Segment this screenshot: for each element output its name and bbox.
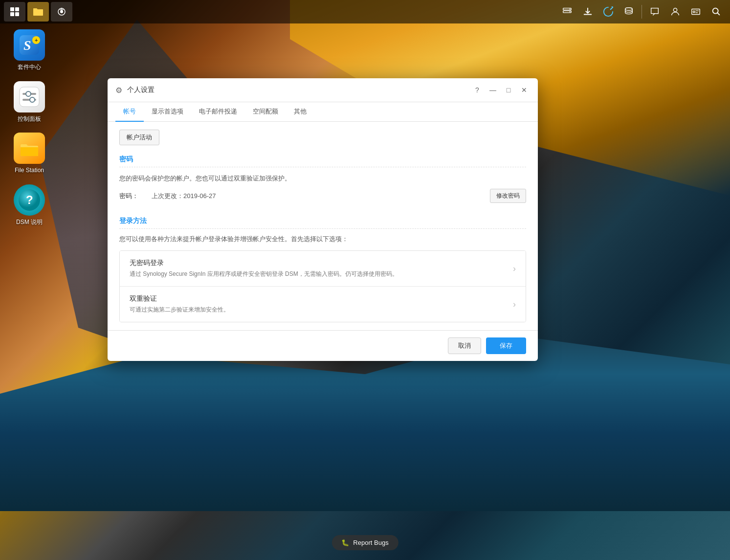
svg-point-12 [673,8,677,12]
passwordless-title: 无密码登录 [130,259,513,268]
svg-text:?: ? [26,193,33,206]
svg-rect-1 [15,7,19,11]
two-factor-card[interactable]: 双重验证 可通过实施第二步验证来增加安全性。 › [120,287,526,322]
svg-rect-0 [10,7,14,11]
help-button[interactable]: ? [471,84,483,96]
dialog-tabs: 帐号 显示首选项 电子邮件投递 空间配额 其他 [108,102,538,122]
svg-point-9 [570,9,571,10]
password-last-changed: 上次更改：2019-06-27 [152,192,482,201]
two-factor-arrow-icon: › [513,299,516,310]
separator-1 [642,5,642,19]
svg-point-14 [693,11,695,13]
tab-quota[interactable]: 空间配额 [245,102,286,122]
settings-dialog: ⚙ 个人设置 ? — □ ✕ 帐号 显示首选项 电子邮件投递 空间配额 其他 帐… [108,78,538,361]
two-factor-card-content: 双重验证 可通过实施第二步验证来增加安全性。 [130,294,513,314]
password-description: 您的密码会保护您的帐户。您也可以通过双重验证加强保护。 [119,174,526,183]
svg-point-10 [570,11,571,12]
account-activity-button[interactable]: 帐户活动 [119,130,159,145]
svg-point-23 [26,91,31,96]
taskbar [0,0,730,23]
svg-text:S: S [23,38,31,53]
login-divider [119,228,526,229]
stack-icon[interactable] [619,2,639,22]
file-station-icon-img [14,133,45,164]
passwordless-desc: 通过 Synology Secure SignIn 应用程序或硬件安全密钥登录 … [130,269,513,278]
dsm-help-icon-img: ? [14,184,45,216]
desktop-icon-control-panel[interactable]: 控制面板 [10,81,49,123]
svg-rect-2 [10,12,14,16]
dsm-help-label: DSM 说明 [16,219,43,226]
password-divider [119,167,526,167]
tab-other[interactable]: 其他 [286,102,314,122]
svg-text:+: + [35,37,38,43]
settings-button[interactable] [51,2,72,22]
svg-point-11 [625,8,633,11]
login-section-description: 您可以使用各种方法来提升帐户登录体验并增强帐户安全性。首先选择以下选项： [119,235,526,244]
svg-rect-3 [15,12,19,16]
password-section-title: 密码 [119,155,526,164]
dialog-content: 帐户活动 密码 您的密码会保护您的帐户。您也可以通过双重验证加强保护。 密码： … [108,122,538,330]
login-section-title: 登录方法 [119,217,526,225]
close-button[interactable]: ✕ [518,84,530,96]
desktop-icon-package-center[interactable]: S + 套件中心 [10,29,49,71]
cancel-button[interactable]: 取消 [448,337,481,354]
taskbar-right [557,2,726,22]
login-cards-container: 无密码登录 通过 Synology Secure SignIn 应用程序或硬件安… [119,250,526,322]
dialog-controls: ? — □ ✕ [471,84,530,96]
dialog-titlebar: ⚙ 个人设置 ? — □ ✕ [108,78,538,102]
passwordless-arrow-icon: › [513,264,516,274]
package-center-icon-img: S + [14,29,45,61]
download-icon[interactable] [578,2,597,22]
report-bugs-label: Report Bugs [353,539,388,546]
control-panel-label: 控制面板 [18,115,41,123]
apps-grid-button[interactable] [4,2,25,22]
chat-icon[interactable] [645,2,664,22]
minimize-button[interactable]: — [487,84,499,96]
maximize-button[interactable]: □ [503,84,514,96]
tab-display[interactable]: 显示首选项 [144,102,191,122]
dialog-title: 个人设置 [127,86,466,94]
storage-icon[interactable] [557,2,577,22]
report-bugs-button[interactable]: 🐛 Report Bugs [332,535,398,550]
tab-account[interactable]: 帐号 [115,102,144,122]
svg-point-15 [713,8,718,14]
file-station-label: File Station [15,167,44,175]
desktop-icon-file-station[interactable]: File Station [10,133,49,175]
passwordless-card-content: 无密码登录 通过 Synology Secure SignIn 应用程序或硬件安… [130,259,513,278]
folder-button[interactable] [27,2,49,22]
taskbar-left [4,2,72,22]
password-label: 密码： [119,192,144,201]
tab-email[interactable]: 电子邮件投递 [191,102,245,122]
svg-rect-20 [20,87,39,107]
bug-icon: 🐛 [341,539,349,546]
svg-point-25 [30,97,35,102]
password-row: 密码： 上次更改：2019-06-27 修改密码 [119,189,526,203]
dialog-gear-icon: ⚙ [115,86,122,95]
change-password-button[interactable]: 修改密码 [490,189,526,203]
svg-point-6 [61,11,63,13]
passwordless-login-card[interactable]: 无密码登录 通过 Synology Secure SignIn 应用程序或硬件安… [120,251,526,287]
package-center-label: 套件中心 [18,64,41,71]
user-profile-icon[interactable] [665,2,685,22]
id-card-icon[interactable] [686,2,706,22]
two-factor-title: 双重验证 [130,294,513,303]
desktop-icons-container: S + 套件中心 控制面板 [10,29,49,226]
desktop-icon-dsm-help[interactable]: ? DSM 说明 [10,184,49,226]
search-icon[interactable] [707,2,726,22]
control-panel-icon-img [14,81,45,112]
sync-icon[interactable] [598,2,618,22]
save-button[interactable]: 保存 [486,337,526,354]
two-factor-desc: 可通过实施第二步验证来增加安全性。 [130,305,513,314]
dialog-footer: 取消 保存 [108,330,538,361]
